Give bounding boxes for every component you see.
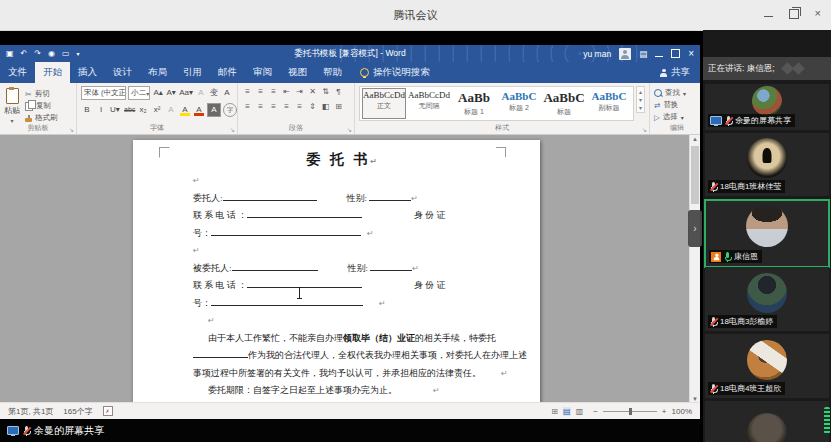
restore-icon[interactable] — [789, 9, 799, 19]
clipboard-dialog-launcher[interactable]: ↘ — [69, 126, 74, 133]
underline-button[interactable]: U▾ — [109, 104, 121, 116]
font-dialog-launcher[interactable]: ↘ — [230, 126, 235, 133]
web-layout-icon[interactable]: ▥ — [576, 407, 584, 416]
clear-formatting-button[interactable]: A — [195, 87, 207, 99]
tab-审阅[interactable]: 审阅 — [245, 62, 280, 83]
zoom-out-icon[interactable]: − — [593, 407, 598, 416]
bullet-list-button[interactable]: ≡ — [242, 86, 253, 98]
asian-layout-button[interactable]: ✕ — [307, 86, 318, 98]
share-button[interactable]: 共享 — [650, 66, 700, 83]
font-color-button[interactable]: A — [193, 104, 205, 116]
document-page[interactable]: 委 托 书↵↵委托人:性别: ↵联 系 电 话 ：身 份 证号：↵↵被委托人:性… — [133, 140, 540, 403]
redo-icon[interactable]: ↷ — [34, 49, 41, 58]
font-name-combo[interactable]: 宋体 (中文正文)▾ — [81, 86, 126, 100]
scroll-up-icon[interactable]: ▲ — [690, 136, 700, 142]
style-标题 2[interactable]: AaBbC标题 2 — [498, 89, 540, 118]
tab-插入[interactable]: 插入 — [70, 62, 105, 83]
tab-布局[interactable]: 布局 — [140, 62, 175, 83]
document-line[interactable]: 被委托人:性别: ↵ — [193, 260, 493, 278]
zoom-level[interactable]: 100% — [672, 407, 692, 416]
change-case-button[interactable]: Aa▾ — [178, 87, 194, 99]
text-effects-button[interactable]: A — [165, 104, 177, 116]
document-line[interactable]: 作为我的合法代理人，全权代表我办理相关事项，对委托人在办理上述 — [193, 347, 493, 365]
ribbon-display-icon[interactable]: ▤ — [639, 49, 647, 59]
justify-button[interactable]: ≡ — [281, 101, 292, 113]
numbered-list-button[interactable]: ≡ — [255, 86, 266, 98]
font-size-combo[interactable]: 小二▾ — [128, 86, 150, 100]
tab-设计[interactable]: 设计 — [105, 62, 140, 83]
shrink-font-button[interactable]: A▾ — [165, 87, 177, 99]
document-line[interactable]: ↵ — [193, 312, 493, 330]
paragraph-dialog-launcher[interactable]: ↘ — [347, 126, 352, 133]
participant-tile[interactable]: 18电商3彭榆婷 — [705, 267, 829, 331]
borders-button[interactable]: ⊞ — [333, 101, 344, 113]
italic-button[interactable]: I — [95, 104, 107, 116]
fill-in-blank[interactable] — [223, 191, 317, 201]
participant-tile[interactable]: 18电商4班王超欣 — [705, 334, 829, 398]
document-line[interactable]: 联 系 电 话 ：身 份 证 — [193, 207, 493, 225]
participant-tile[interactable]: 18电商1班林佳莹 — [705, 133, 829, 196]
distribute-button[interactable]: ≡ — [294, 101, 305, 113]
character-shading-button[interactable]: A — [207, 103, 221, 117]
fill-in-blank[interactable] — [247, 208, 362, 218]
document-line[interactable]: 委 托 书↵ — [193, 148, 493, 172]
print-preview-icon[interactable]: ▭ — [62, 49, 70, 58]
fill-in-blank[interactable] — [369, 191, 411, 201]
document-line[interactable]: ↵ — [193, 172, 493, 190]
style-副标题[interactable]: AaBbC副标题 — [588, 89, 630, 118]
fill-in-blank[interactable] — [247, 278, 362, 288]
enclose-character-button[interactable]: 字 — [223, 103, 237, 117]
line-spacing-button[interactable]: ⇕ — [307, 101, 318, 113]
read-mode-icon[interactable]: ⊞ — [551, 407, 558, 416]
style-标题[interactable]: AaBbC标题 — [543, 89, 585, 118]
document-line[interactable]: 由于本人工作繁忙，不能亲自办理领取毕（结）业证的相关手续，特委托 — [193, 330, 493, 348]
document-line[interactable]: 联 系 电 话 ：身 份 证 — [193, 277, 493, 295]
align-center-button[interactable]: ≡ — [255, 101, 266, 113]
replace-button[interactable]: ⇄ 替换 — [654, 100, 700, 110]
customize-qat-icon[interactable]: ▾ — [77, 50, 80, 57]
style-正文[interactable]: AaBbCcDd正文 — [363, 89, 405, 118]
page-indicator[interactable]: 第1页, 共1页 — [8, 406, 53, 417]
word-restore-icon[interactable] — [671, 49, 680, 58]
tab-开始[interactable]: 开始 — [35, 62, 70, 83]
proofing-icon[interactable]: ✗ — [103, 406, 113, 416]
participant-tile[interactable]: 康信恩 — [704, 199, 830, 268]
select-button[interactable]: ▷ 选择▾ — [654, 112, 700, 122]
vertical-scrollbar[interactable]: ▲ ▼ — [689, 135, 700, 403]
document-line[interactable]: 号：↵ — [193, 225, 493, 243]
style-标题 1[interactable]: AaBb标题 1 — [453, 89, 495, 118]
styles-scroll[interactable]: ▴ ▾ ▾ — [636, 86, 645, 113]
character-border-button[interactable]: A — [221, 87, 233, 99]
sidebar-collapse-handle[interactable]: › — [688, 210, 702, 247]
participant-tile[interactable]: 余曼的屏幕共享 — [705, 84, 829, 130]
multilevel-list-button[interactable]: ≡ — [268, 86, 279, 98]
grow-font-button[interactable]: A▴ — [152, 87, 164, 99]
cut-button[interactable]: ✂剪切 — [25, 89, 58, 99]
participant-tile-partial[interactable] — [705, 401, 829, 442]
tell-me-search[interactable]: 操作说明搜索 — [360, 66, 430, 83]
styles-dialog-launcher[interactable]: ↘ — [642, 126, 647, 133]
superscript-button[interactable]: x² — [151, 104, 163, 116]
undo-icon[interactable]: ↶ — [21, 49, 28, 58]
align-left-button[interactable]: ≡ — [242, 101, 253, 113]
show-marks-button[interactable]: ¶ — [333, 86, 344, 98]
word-minimize-icon[interactable] — [655, 56, 663, 57]
align-right-button[interactable]: ≡ — [268, 101, 279, 113]
touch-mode-icon[interactable]: ◉ — [48, 49, 55, 58]
sort-button[interactable]: ⇅ — [320, 86, 331, 98]
strikethrough-button[interactable]: abc — [123, 104, 135, 116]
fill-in-blank[interactable] — [370, 261, 412, 271]
subscript-button[interactable]: x₂ — [137, 104, 149, 116]
document-line[interactable]: 事项过程中所签署的有关文件，我均予以认可，并承担相应的法律责任。↵ — [193, 365, 493, 383]
fill-in-blank[interactable] — [211, 296, 363, 306]
close-icon[interactable]: × — [815, 8, 821, 19]
user-avatar[interactable] — [619, 48, 631, 60]
zoom-slider[interactable] — [603, 411, 657, 412]
shading-button[interactable]: ◧ — [320, 101, 331, 113]
fill-in-blank[interactable] — [232, 261, 318, 271]
tab-引用[interactable]: 引用 — [175, 62, 210, 83]
text-highlight-button[interactable]: A — [179, 104, 191, 116]
paste-button[interactable]: 粘贴 ▾ — [4, 86, 20, 124]
increase-indent-button[interactable]: ⇥ — [294, 86, 305, 98]
document-text[interactable]: 委 托 书↵↵委托人:性别: ↵联 系 电 话 ：身 份 证号：↵↵被委托人:性… — [193, 148, 493, 403]
